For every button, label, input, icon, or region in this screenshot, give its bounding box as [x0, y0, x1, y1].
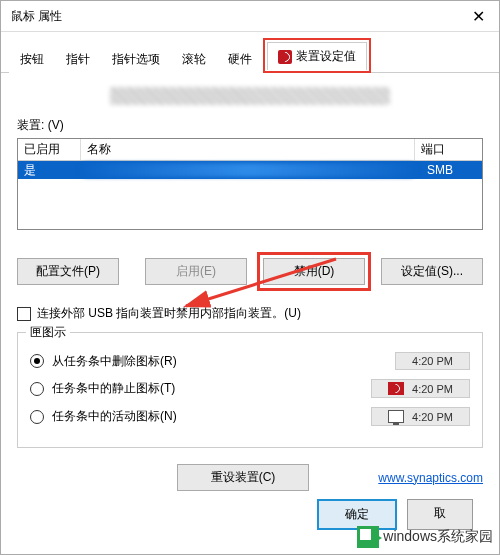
disable-button-highlight: 禁用(D): [257, 252, 371, 291]
profile-button[interactable]: 配置文件(P): [17, 258, 119, 285]
usb-disable-label: 连接外部 USB 指向装置时禁用内部指向装置。(U): [37, 305, 301, 322]
tab-strip: 按钮 指针 指针选项 滚轮 硬件 装置设定值: [1, 32, 499, 73]
watermark-text: windows系统家园: [383, 528, 493, 546]
synaptics-icon: [278, 50, 292, 64]
cell-name-obscured: [80, 163, 417, 177]
titlebar: 鼠标 属性 ✕: [1, 1, 499, 32]
synaptics-link[interactable]: www.synaptics.com: [378, 471, 483, 485]
device-list[interactable]: 已启用 名称 端口 是 SMB: [17, 138, 483, 230]
tab-pointer-options[interactable]: 指针选项: [101, 45, 171, 73]
time-preview-active: 4:20 PM: [371, 407, 470, 426]
obscured-header: [110, 87, 390, 105]
mouse-properties-dialog: 鼠标 属性 ✕ 按钮 指针 指针选项 滚轮 硬件 装置设定值 装置: (V) 已…: [0, 0, 500, 555]
radio-remove-label: 从任务条中删除图标(R): [52, 353, 177, 370]
reset-device-button[interactable]: 重设装置(C): [177, 464, 309, 491]
usb-disable-checkbox[interactable]: [17, 307, 31, 321]
tray-icon-group: 匣图示 从任务条中删除图标(R) 4:20 PM 任务条中的静止图标(T) 4:…: [17, 332, 483, 448]
tab-device-settings[interactable]: 装置设定值: [267, 42, 367, 70]
device-label: 装置: (V): [17, 117, 483, 134]
tab-pointers[interactable]: 指针: [55, 45, 101, 73]
disable-button[interactable]: 禁用(D): [263, 258, 365, 285]
synaptics-tray-icon: [388, 382, 404, 395]
radio-static-row[interactable]: 任务条中的静止图标(T) 4:20 PM: [30, 379, 470, 398]
device-list-header: 已启用 名称 端口: [18, 139, 482, 161]
radio-remove-row[interactable]: 从任务条中删除图标(R) 4:20 PM: [30, 352, 470, 370]
radio-active[interactable]: [30, 410, 44, 424]
tab-body: 装置: (V) 已启用 名称 端口 是 SMB 配置文件(P) 启用(E) 禁用…: [1, 73, 499, 530]
radio-active-label: 任务条中的活动图标(N): [52, 408, 177, 425]
enable-button: 启用(E): [145, 258, 247, 285]
cell-port: SMB: [423, 163, 482, 177]
tab-device-settings-highlight: 装置设定值: [263, 38, 371, 73]
tab-hardware[interactable]: 硬件: [217, 45, 263, 73]
close-button[interactable]: ✕: [457, 1, 499, 31]
tab-wheel[interactable]: 滚轮: [171, 45, 217, 73]
radio-static[interactable]: [30, 382, 44, 396]
watermark-icon: [357, 526, 379, 548]
settings-button[interactable]: 设定值(S)...: [381, 258, 483, 285]
device-buttons-row: 配置文件(P) 启用(E) 禁用(D) 设定值(S)...: [17, 252, 483, 291]
device-row[interactable]: 是 SMB: [18, 161, 482, 179]
time-preview-remove: 4:20 PM: [395, 352, 470, 370]
reset-row: 重设装置(C) www.synaptics.com: [17, 464, 483, 491]
monitor-tray-icon: [388, 410, 404, 423]
col-name[interactable]: 名称: [81, 139, 415, 160]
radio-remove[interactable]: [30, 354, 44, 368]
tab-device-settings-label: 装置设定值: [296, 49, 356, 63]
watermark: windows系统家园: [357, 526, 493, 548]
radio-active-row[interactable]: 任务条中的活动图标(N) 4:20 PM: [30, 407, 470, 426]
time-preview-static: 4:20 PM: [371, 379, 470, 398]
col-enabled[interactable]: 已启用: [18, 139, 81, 160]
cell-enabled: 是: [18, 162, 74, 179]
col-port[interactable]: 端口: [415, 139, 482, 160]
tab-buttons[interactable]: 按钮: [9, 45, 55, 73]
usb-disable-checkbox-row[interactable]: 连接外部 USB 指向装置时禁用内部指向装置。(U): [17, 305, 483, 322]
window-title: 鼠标 属性: [11, 8, 62, 25]
radio-static-label: 任务条中的静止图标(T): [52, 380, 175, 397]
tray-icon-group-title: 匣图示: [26, 324, 70, 341]
